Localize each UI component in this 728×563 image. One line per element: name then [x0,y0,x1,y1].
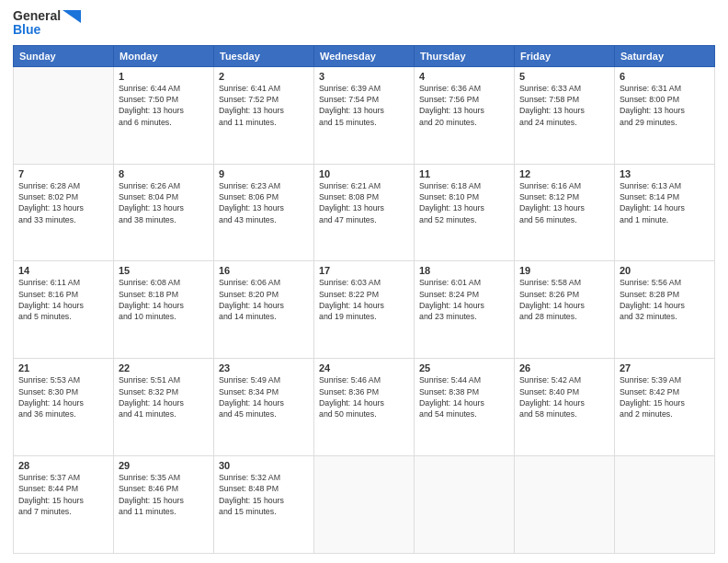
calendar-cell: 21Sunrise: 5:53 AMSunset: 8:30 PMDayligh… [14,359,114,456]
day-number: 7 [18,168,108,179]
day-number: 14 [18,265,108,276]
day-info: Sunrise: 6:03 AMSunset: 8:22 PMDaylight:… [319,277,409,322]
header-saturday: Saturday [615,45,715,66]
logo-blue: Blue [13,23,81,37]
calendar-cell: 13Sunrise: 6:13 AMSunset: 8:14 PMDayligh… [615,164,715,261]
calendar-cell: 23Sunrise: 5:49 AMSunset: 8:34 PMDayligh… [214,359,314,456]
day-number: 17 [319,265,409,276]
header-tuesday: Tuesday [214,45,314,66]
day-number: 6 [620,71,710,82]
day-number: 3 [319,71,409,82]
day-number: 25 [419,362,509,373]
week-row-4: 21Sunrise: 5:53 AMSunset: 8:30 PMDayligh… [14,359,715,456]
day-number: 28 [18,460,108,471]
day-number: 12 [519,168,609,179]
day-number: 8 [119,168,209,179]
logo-arrow-icon [63,10,81,23]
day-info: Sunrise: 6:41 AMSunset: 7:52 PMDaylight:… [219,83,309,128]
calendar-cell: 22Sunrise: 5:51 AMSunset: 8:32 PMDayligh… [114,359,214,456]
calendar-cell: 7Sunrise: 6:28 AMSunset: 8:02 PMDaylight… [14,164,114,261]
day-number: 16 [219,265,309,276]
calendar-cell: 4Sunrise: 6:36 AMSunset: 7:56 PMDaylight… [415,66,515,164]
day-number: 5 [519,71,609,82]
day-number: 27 [620,362,710,373]
day-number: 29 [119,460,209,471]
day-info: Sunrise: 5:32 AMSunset: 8:48 PMDaylight:… [219,472,309,517]
day-info: Sunrise: 5:35 AMSunset: 8:46 PMDaylight:… [119,472,209,517]
week-row-1: 1Sunrise: 6:44 AMSunset: 7:50 PMDaylight… [14,66,715,164]
header-sunday: Sunday [14,45,114,66]
day-number: 15 [119,265,209,276]
day-number: 10 [319,168,409,179]
day-info: Sunrise: 6:36 AMSunset: 7:56 PMDaylight:… [419,83,509,128]
header: General Blue [13,9,715,38]
calendar-cell: 29Sunrise: 5:35 AMSunset: 8:46 PMDayligh… [114,456,214,554]
calendar-page: General Blue SundayMondayTuesdayWednesda… [0,0,728,563]
day-info: Sunrise: 6:33 AMSunset: 7:58 PMDaylight:… [519,83,609,128]
calendar-cell: 24Sunrise: 5:46 AMSunset: 8:36 PMDayligh… [314,359,415,456]
day-number: 26 [519,362,609,373]
day-number: 11 [419,168,509,179]
calendar-cell: 2Sunrise: 6:41 AMSunset: 7:52 PMDaylight… [214,66,314,164]
calendar-cell: 17Sunrise: 6:03 AMSunset: 8:22 PMDayligh… [314,261,415,359]
calendar-cell: 9Sunrise: 6:23 AMSunset: 8:06 PMDaylight… [214,164,314,261]
calendar-cell [415,456,515,554]
logo-graphic: General Blue [13,9,81,38]
calendar-cell: 1Sunrise: 6:44 AMSunset: 7:50 PMDaylight… [114,66,214,164]
day-info: Sunrise: 5:51 AMSunset: 8:32 PMDaylight:… [119,374,209,419]
day-info: Sunrise: 6:13 AMSunset: 8:14 PMDaylight:… [620,180,710,225]
day-info: Sunrise: 6:39 AMSunset: 7:54 PMDaylight:… [319,83,409,128]
header-wednesday: Wednesday [314,45,415,66]
day-info: Sunrise: 5:37 AMSunset: 8:44 PMDaylight:… [18,472,108,517]
calendar-cell: 27Sunrise: 5:39 AMSunset: 8:42 PMDayligh… [615,359,715,456]
calendar-cell: 15Sunrise: 6:08 AMSunset: 8:18 PMDayligh… [114,261,214,359]
day-number: 22 [119,362,209,373]
calendar-cell: 3Sunrise: 6:39 AMSunset: 7:54 PMDaylight… [314,66,415,164]
calendar-cell: 28Sunrise: 5:37 AMSunset: 8:44 PMDayligh… [14,456,114,554]
day-info: Sunrise: 5:53 AMSunset: 8:30 PMDaylight:… [18,374,108,419]
calendar-cell: 5Sunrise: 6:33 AMSunset: 7:58 PMDaylight… [515,66,615,164]
logo: General Blue [13,9,81,38]
header-monday: Monday [114,45,214,66]
calendar-cell: 30Sunrise: 5:32 AMSunset: 8:48 PMDayligh… [214,456,314,554]
day-info: Sunrise: 5:46 AMSunset: 8:36 PMDaylight:… [319,374,409,419]
week-row-5: 28Sunrise: 5:37 AMSunset: 8:44 PMDayligh… [14,456,715,554]
day-number: 24 [319,362,409,373]
day-info: Sunrise: 6:01 AMSunset: 8:24 PMDaylight:… [419,277,509,322]
day-info: Sunrise: 5:44 AMSunset: 8:38 PMDaylight:… [419,374,509,419]
calendar-cell: 20Sunrise: 5:56 AMSunset: 8:28 PMDayligh… [615,261,715,359]
day-number: 19 [519,265,609,276]
day-info: Sunrise: 5:39 AMSunset: 8:42 PMDaylight:… [620,374,710,419]
day-number: 23 [219,362,309,373]
header-thursday: Thursday [415,45,515,66]
calendar-cell: 25Sunrise: 5:44 AMSunset: 8:38 PMDayligh… [415,359,515,456]
calendar-cell [515,456,615,554]
day-info: Sunrise: 6:16 AMSunset: 8:12 PMDaylight:… [519,180,609,225]
svg-marker-0 [63,10,81,23]
day-number: 21 [18,362,108,373]
calendar-cell: 26Sunrise: 5:42 AMSunset: 8:40 PMDayligh… [515,359,615,456]
day-info: Sunrise: 6:44 AMSunset: 7:50 PMDaylight:… [119,83,209,128]
calendar-cell: 10Sunrise: 6:21 AMSunset: 8:08 PMDayligh… [314,164,415,261]
day-info: Sunrise: 6:06 AMSunset: 8:20 PMDaylight:… [219,277,309,322]
day-number: 2 [219,71,309,82]
day-info: Sunrise: 6:31 AMSunset: 8:00 PMDaylight:… [620,83,710,128]
calendar-cell: 6Sunrise: 6:31 AMSunset: 8:00 PMDaylight… [615,66,715,164]
calendar-cell: 16Sunrise: 6:06 AMSunset: 8:20 PMDayligh… [214,261,314,359]
calendar-cell: 11Sunrise: 6:18 AMSunset: 8:10 PMDayligh… [415,164,515,261]
calendar-cell: 12Sunrise: 6:16 AMSunset: 8:12 PMDayligh… [515,164,615,261]
day-info: Sunrise: 6:11 AMSunset: 8:16 PMDaylight:… [18,277,108,322]
day-info: Sunrise: 6:23 AMSunset: 8:06 PMDaylight:… [219,180,309,225]
week-row-2: 7Sunrise: 6:28 AMSunset: 8:02 PMDaylight… [14,164,715,261]
calendar-cell [14,66,114,164]
week-row-3: 14Sunrise: 6:11 AMSunset: 8:16 PMDayligh… [14,261,715,359]
day-number: 13 [620,168,710,179]
header-friday: Friday [515,45,615,66]
calendar-cell: 18Sunrise: 6:01 AMSunset: 8:24 PMDayligh… [415,261,515,359]
calendar-cell: 14Sunrise: 6:11 AMSunset: 8:16 PMDayligh… [14,261,114,359]
day-info: Sunrise: 5:58 AMSunset: 8:26 PMDaylight:… [519,277,609,322]
day-number: 30 [219,460,309,471]
calendar-cell: 8Sunrise: 6:26 AMSunset: 8:04 PMDaylight… [114,164,214,261]
calendar-cell: 19Sunrise: 5:58 AMSunset: 8:26 PMDayligh… [515,261,615,359]
day-info: Sunrise: 6:08 AMSunset: 8:18 PMDaylight:… [119,277,209,322]
